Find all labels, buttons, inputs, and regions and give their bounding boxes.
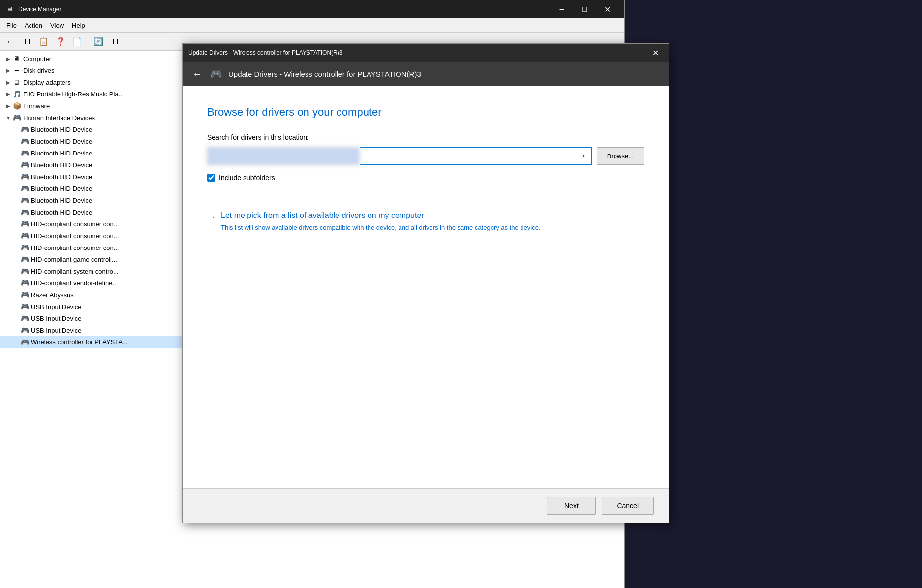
label-bt-hid-7: Bluetooth HID Device [31, 197, 92, 204]
label-bt-hid-4: Bluetooth HID Device [31, 161, 92, 169]
icon-hid-consumer-1: 🎮 [20, 219, 29, 228]
label-hid-consumer-2: HID-compliant consumer con... [31, 232, 119, 240]
link-arrow-icon: → [207, 212, 216, 222]
label-usb-1: USB Input Device [31, 303, 82, 310]
dialog-link-section: → Let me pick from a list of available d… [207, 211, 644, 233]
browse-button[interactable]: Browse... [597, 147, 644, 165]
expander-bt7 [12, 196, 20, 204]
icon-hid-consumer-2: 🎮 [20, 231, 29, 240]
label-bt-hid-2: Bluetooth HID Device [31, 138, 92, 145]
dialog-nav-title: Update Drivers - Wireless controller for… [228, 70, 421, 78]
icon-fiio: 🎵 [12, 90, 21, 98]
label-bt-hid-6: Bluetooth HID Device [31, 185, 92, 192]
expander-hc3 [12, 244, 20, 251]
expander-hg [12, 255, 20, 263]
dialog-heading: Browse for drivers on your computer [207, 106, 644, 119]
expander-fiio: ▶ [4, 90, 12, 98]
icon-usb-3: 🎮 [20, 326, 29, 335]
toolbar-sep [88, 36, 88, 47]
toolbar-scan[interactable]: 📄 [69, 35, 85, 49]
dialog-title: Update Drivers - Wireless controller for… [188, 49, 648, 56]
dialog-nav: ← 🎮 Update Drivers - Wireless controller… [183, 62, 669, 86]
dialog-path-row: ▾ Browse... [207, 147, 644, 165]
expander-hc1 [12, 220, 20, 228]
icon-hid-consumer-3: 🎮 [20, 243, 29, 252]
toolbar-help[interactable]: ❓ [53, 35, 68, 49]
expander-hc2 [12, 232, 20, 240]
label-bt-hid-1: Bluetooth HID Device [31, 126, 92, 133]
expander-bt5 [12, 173, 20, 181]
icon-hid-system: 🎮 [20, 267, 29, 276]
app-icon: 🖥 [6, 5, 14, 13]
label-hid-vendor: HID-compliant vendor-define... [31, 279, 118, 287]
expander-bt2 [12, 137, 20, 145]
cancel-button[interactable]: Cancel [602, 497, 654, 515]
include-subfolders-checkbox[interactable] [207, 174, 215, 182]
label-hid-game: HID-compliant game controll... [31, 256, 117, 263]
dialog-content: Browse for drivers on your computer Sear… [183, 86, 669, 488]
expander-wireless [12, 338, 20, 346]
icon-bt-hid-2: 🎮 [20, 137, 29, 146]
icon-bt-hid-5: 🎮 [20, 172, 29, 181]
pick-from-list-text: Let me pick from a list of available dri… [221, 211, 541, 220]
dialog-path-dropdown[interactable] [360, 147, 576, 165]
pick-from-list-desc: This list will show available drivers co… [221, 223, 541, 233]
window-close-button[interactable]: ✕ [596, 0, 618, 18]
next-button[interactable]: Next [547, 497, 596, 515]
icon-computer: 🖥 [12, 54, 21, 63]
expander-bt8 [12, 208, 20, 216]
label-disk: Disk drives [23, 67, 55, 74]
expander-disk: ▶ [4, 66, 12, 74]
expander-usb3 [12, 326, 20, 334]
update-drivers-dialog: Update Drivers - Wireless controller for… [182, 43, 669, 523]
expander-hs [12, 267, 20, 275]
label-hid-consumer-3: HID-compliant consumer con... [31, 244, 119, 251]
icon-bt-hid-8: 🎮 [20, 208, 29, 217]
maximize-button[interactable]: □ [573, 0, 596, 18]
toolbar-back[interactable]: ← [2, 35, 18, 49]
dialog-title-bar: Update Drivers - Wireless controller for… [183, 44, 669, 62]
toolbar-properties[interactable]: 📋 [36, 35, 52, 49]
dropdown-arrow-icon[interactable]: ▾ [576, 147, 592, 165]
expander-hv [12, 279, 20, 287]
expander-usb1 [12, 303, 20, 310]
icon-bt-hid-4: 🎮 [20, 160, 29, 169]
toolbar-computer[interactable]: 🖥 [19, 35, 35, 49]
expander-bt1 [12, 125, 20, 133]
pick-from-list-link[interactable]: → Let me pick from a list of available d… [207, 211, 644, 233]
icon-usb-1: 🎮 [20, 302, 29, 311]
toolbar-monitor[interactable]: 🖥 [107, 35, 123, 49]
title-bar: 🖥 Device Manager – □ ✕ [0, 0, 624, 18]
expander-display: ▶ [4, 78, 12, 86]
icon-bt-hid-7: 🎮 [20, 196, 29, 205]
toolbar-refresh[interactable]: 🔄 [91, 35, 106, 49]
label-bt-hid-3: Bluetooth HID Device [31, 150, 92, 157]
minimize-button[interactable]: – [551, 0, 573, 18]
label-razer: Razer Abyssus [31, 291, 74, 299]
include-subfolders-label: Include subfolders [219, 174, 275, 182]
label-computer: Computer [23, 55, 51, 62]
icon-display: 🖥 [12, 78, 21, 87]
label-hid-consumer-1: HID-compliant consumer con... [31, 220, 119, 228]
dialog-checkbox-row: Include subfolders [207, 174, 644, 182]
icon-hid-game: 🎮 [20, 255, 29, 264]
label-wireless: Wireless controller for PLAYSTA... [31, 339, 128, 346]
expander-razer [12, 291, 20, 299]
expander-firmware: ▶ [4, 102, 12, 110]
icon-bt-hid-3: 🎮 [20, 149, 29, 157]
window-controls: – □ ✕ [551, 0, 618, 18]
menu-action[interactable]: Action [21, 20, 46, 31]
dialog-footer: Next Cancel [183, 488, 669, 523]
dialog-location-label: Search for drivers in this location: [207, 133, 644, 141]
label-firmware: Firmware [23, 102, 50, 110]
menu-help[interactable]: Help [68, 20, 89, 31]
dialog-close-button[interactable]: ✕ [648, 45, 663, 60]
dialog-back-button[interactable]: ← [190, 67, 204, 81]
label-hid-system: HID-compliant system contro... [31, 268, 119, 275]
expander-hid: ▼ [4, 114, 12, 122]
label-usb-2: USB Input Device [31, 315, 82, 322]
menu-file[interactable]: File [2, 20, 21, 31]
label-bt-hid-5: Bluetooth HID Device [31, 173, 92, 181]
menu-view[interactable]: View [46, 20, 68, 31]
link-text-group: Let me pick from a list of available dri… [221, 211, 541, 233]
